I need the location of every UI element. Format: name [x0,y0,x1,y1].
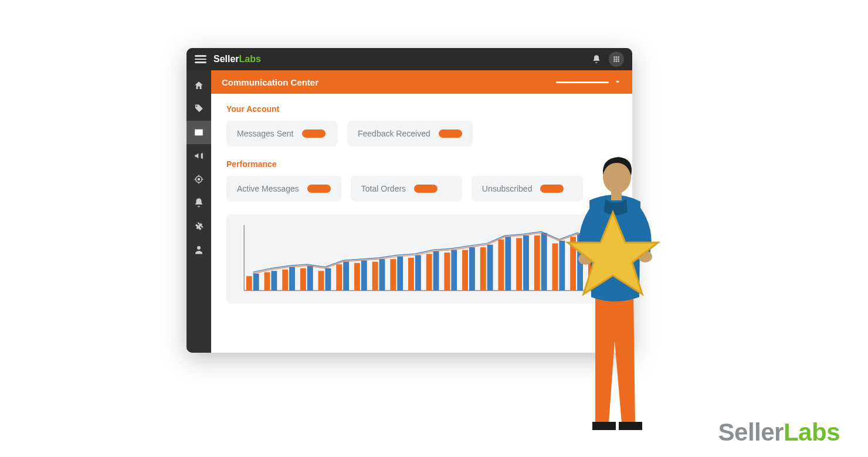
value-pill [302,129,326,138]
sidebar-item-mail[interactable] [187,121,211,144]
page-title: Communication Center [222,77,318,87]
account-icon[interactable] [609,52,624,67]
svg-rect-36 [444,253,450,291]
card-label: Unsubscribed [482,184,533,193]
card-label: Total Orders [361,184,406,193]
brand-part1: Seller [213,54,239,64]
svg-rect-17 [271,271,277,291]
card-label: Active Messages [237,184,299,193]
svg-rect-34 [426,254,432,291]
bell-icon[interactable] [589,52,604,67]
card-label: Feedback Received [358,129,430,138]
svg-rect-8 [618,60,619,62]
svg-rect-27 [361,260,367,290]
card-total-orders[interactable]: Total Orders [351,176,462,202]
svg-rect-35 [433,251,439,291]
card-label: Messages Sent [237,129,294,138]
svg-rect-32 [408,258,414,291]
svg-rect-28 [372,262,378,291]
brand-logo: SellerLabs [213,54,261,64]
svg-rect-43 [505,237,511,291]
card-feedback-received[interactable]: Feedback Received [347,121,473,146]
svg-point-11 [197,246,201,250]
svg-rect-29 [379,259,385,291]
card-active-messages[interactable]: Active Messages [226,176,341,202]
svg-rect-19 [289,267,295,291]
svg-rect-23 [325,268,331,291]
value-pill [414,185,438,193]
topbar: SellerLabs [187,48,632,70]
svg-rect-1 [616,56,617,57]
svg-rect-20 [300,268,306,291]
value-pill [439,129,462,138]
watermark-logo: SellerLabs [718,418,840,446]
svg-rect-7 [616,60,617,62]
svg-rect-16 [265,272,270,291]
svg-rect-24 [336,264,342,291]
svg-rect-45 [523,236,529,291]
sidebar-item-home[interactable] [187,74,211,97]
section-title-account: Your Account [226,104,617,114]
svg-rect-4 [616,59,617,60]
chevron-down-icon [613,78,622,86]
svg-point-10 [198,179,200,180]
svg-rect-40 [480,247,486,291]
hamburger-icon[interactable] [195,55,206,63]
svg-rect-26 [354,263,360,291]
sidebar-item-tag[interactable] [187,97,211,121]
svg-rect-41 [487,245,493,291]
dropdown-line [556,81,609,83]
sidebar-item-alerts[interactable] [187,191,211,214]
svg-rect-21 [307,265,313,290]
sidebar-item-target[interactable] [187,168,211,191]
watermark-part1: Seller [718,418,784,446]
svg-rect-5 [618,59,619,60]
svg-rect-14 [246,276,252,291]
sidebar-item-plugin[interactable] [187,214,211,238]
svg-rect-22 [318,271,324,291]
brand-part2: Labs [239,54,261,64]
svg-rect-39 [469,247,475,291]
watermark-part2: Labs [784,418,840,446]
header-dropdown[interactable] [556,78,622,86]
svg-rect-6 [613,60,615,62]
card-messages-sent[interactable]: Messages Sent [226,121,338,146]
svg-rect-30 [390,259,396,291]
sidebar-item-megaphone[interactable] [187,144,211,168]
svg-rect-31 [397,257,403,291]
svg-rect-42 [498,240,504,291]
page-header: Communication Center [211,70,632,94]
svg-rect-25 [343,262,349,291]
svg-rect-2 [618,56,619,57]
svg-rect-18 [282,270,288,291]
svg-rect-15 [253,274,259,291]
value-pill [307,185,331,193]
svg-rect-33 [415,255,421,291]
person-illustration [540,130,692,435]
svg-rect-38 [462,250,468,291]
svg-rect-0 [613,56,615,57]
sidebar-item-user[interactable] [187,238,211,261]
svg-rect-3 [613,59,615,60]
sidebar [187,70,211,353]
svg-rect-37 [451,250,457,291]
svg-rect-44 [516,238,522,290]
